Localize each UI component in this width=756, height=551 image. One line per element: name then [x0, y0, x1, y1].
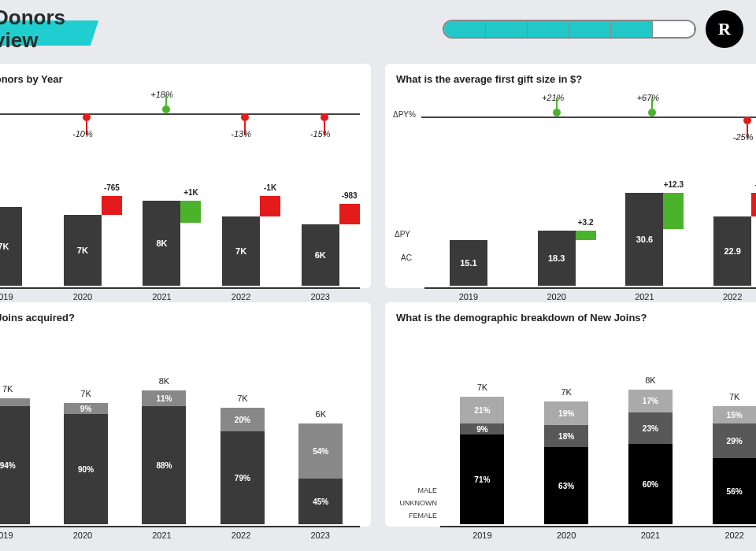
card-demographic: What is the demographic breakdown of New…	[385, 302, 756, 527]
pct-label-2022: -13%	[231, 129, 251, 139]
year-segment-2024[interactable]: 2024	[653, 21, 695, 37]
x-tick: 2022	[211, 292, 271, 301]
bar-2023: 6K-983	[302, 224, 339, 286]
pct-label-2022: -25%	[733, 132, 754, 142]
chart-demographic: MALEUNKNOWNFEMALE 7K71%9%21%7K63%18%19%8…	[396, 331, 756, 540]
year-range-slider[interactable]: 201920202021202220232024	[443, 20, 696, 39]
stack-bar-2021: 60%23%17%	[628, 390, 673, 524]
dashboard-header: Donors view 201920202021202220232024 R	[0, 0, 756, 64]
stack-bar-2022: 56%29%15%	[713, 406, 756, 524]
x-tick: 2021	[132, 292, 191, 301]
stack-bar-2021: 88%11%	[142, 390, 186, 524]
axis-label-dpy: ΔPY	[395, 230, 410, 239]
legend-female: FEMALE	[406, 510, 440, 521]
year-segment-2023[interactable]: 2023	[611, 21, 653, 37]
chart-avg-first-gift: ΔPY% ΔPY AC 15.118.3+3.230.6+12.322.9-7.…	[396, 93, 756, 301]
year-segment-2022[interactable]: 2022	[569, 21, 611, 37]
charts-grid: New Donors by Year 7K7K-7658K+1K7K-1K6K-…	[0, 64, 756, 527]
legend-unknown: UNKNOWN	[397, 497, 441, 508]
bar-2021: 30.6+12.3	[625, 193, 663, 286]
chart-new-donors: 7K7K-7658K+1K7K-1K6K-983 201920202021202…	[0, 93, 360, 301]
bar-2021: 8K+1K	[143, 201, 180, 286]
chart-new-joins-acquired: 7K94%7K90%9%8K88%11%7K79%20%6K45%54% 201…	[0, 331, 360, 540]
pct-label-2023: -15%	[310, 129, 331, 139]
title-block: Donors view	[0, 6, 65, 51]
delta-bar-2022: -1K	[260, 196, 280, 216]
card-title: What is the average first gift size in $…	[396, 73, 756, 85]
bar-2019: 15.1	[450, 240, 487, 286]
year-segment-2019[interactable]: 2019	[444, 21, 486, 37]
x-tick: 2023	[291, 292, 350, 301]
axis-label-ac: AC	[401, 253, 412, 262]
stack-bar-2020: 63%18%19%	[544, 401, 588, 524]
stack-bar-2022: 79%20%	[220, 408, 265, 524]
axis-label-dpy-pct: ΔPY%	[393, 110, 416, 119]
card-title: e New Joins acquired?	[0, 312, 360, 324]
bar-2020: 7K-765	[64, 215, 102, 286]
stack-bar-2023: 45%54%	[298, 423, 343, 524]
delta-bar-2020: +3.2	[576, 231, 596, 240]
legend-male: MALE	[414, 485, 440, 496]
x-tick: 2019	[0, 292, 33, 301]
brand-logo: R	[706, 10, 743, 48]
card-new-donors: New Donors by Year 7K7K-7658K+1K7K-1K6K-…	[0, 64, 371, 288]
card-title: What is the demographic breakdown of New…	[396, 312, 756, 324]
delta-bar-2022: -7.7	[751, 193, 756, 216]
card-new-joins-acquired: e New Joins acquired? 7K94%7K90%9%8K88%1…	[0, 302, 371, 527]
pct-label-2021: +67%	[637, 93, 659, 102]
stack-bar-2019: 71%9%21%	[460, 397, 504, 524]
x-tick: 2020	[53, 292, 113, 301]
page-title: Donors view	[0, 6, 65, 51]
delta-bar-2021: +1K	[180, 201, 201, 223]
delta-bar-2020: -765	[102, 196, 122, 215]
x-tick: 2020	[527, 292, 587, 301]
card-title: New Donors by Year	[0, 73, 360, 85]
x-tick: 2019	[439, 292, 498, 301]
pct-label-2020: -10%	[72, 129, 93, 139]
pct-label-2021: +18%	[150, 90, 172, 99]
delta-bar-2021: +12.3	[663, 193, 684, 229]
stack-bar-2020: 90%9%	[64, 403, 108, 524]
bar-2022: 7K-1K	[222, 216, 260, 286]
legend: MALEUNKNOWNFEMALE	[396, 485, 440, 521]
stack-bar-2019: 94%	[0, 398, 30, 524]
pct-label-2020: +21%	[542, 93, 564, 102]
bar-2020: 18.3+3.2	[538, 231, 576, 286]
x-tick: 2021	[614, 292, 674, 301]
year-segment-2021[interactable]: 2021	[528, 21, 569, 37]
bar-2022: 22.9-7.7	[713, 216, 751, 286]
delta-bar-2023: -983	[339, 204, 360, 224]
card-avg-first-gift: What is the average first gift size in $…	[385, 64, 756, 288]
x-tick: 2022	[702, 292, 756, 301]
year-segment-2020[interactable]: 2020	[486, 21, 528, 37]
bar-2019: 7K	[0, 207, 22, 286]
